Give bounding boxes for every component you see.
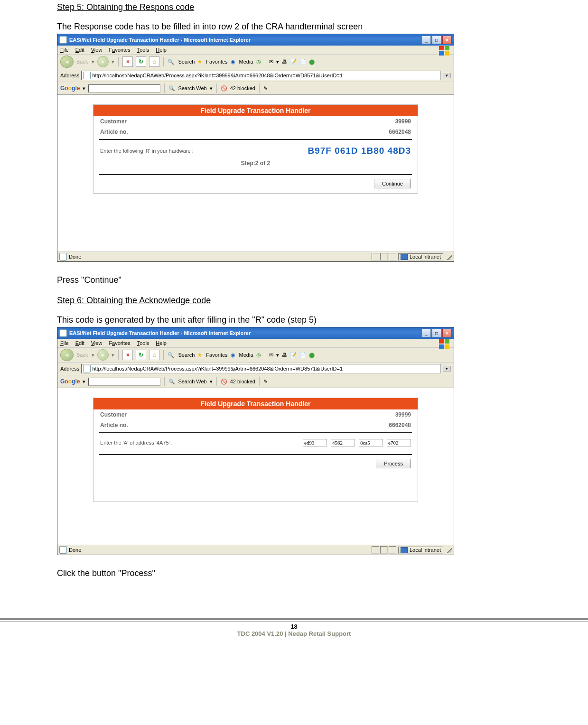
edit-icon[interactable]: 📝 bbox=[290, 352, 297, 358]
blocked-label: 42 blocked bbox=[230, 379, 255, 384]
ie-addressbar: Address http://localhost/NedapCRAWeb/Pro… bbox=[57, 69, 454, 82]
autofill-icon[interactable]: ✎ bbox=[263, 379, 268, 385]
print-icon[interactable]: 🖶 bbox=[282, 59, 287, 65]
menu-view[interactable]: View bbox=[91, 47, 103, 53]
a-input-2[interactable] bbox=[331, 439, 355, 446]
favorites-label: Favorites bbox=[206, 352, 227, 358]
address-dropdown[interactable]: ▾ bbox=[443, 73, 451, 78]
google-logo: Google bbox=[60, 378, 80, 385]
ie-titlebar: EASi/Net Field Upgrade Transaction Handl… bbox=[57, 327, 454, 339]
status-done: Done bbox=[69, 254, 81, 260]
menu-help[interactable]: Help bbox=[156, 340, 167, 346]
google-logo: Google bbox=[60, 85, 80, 92]
menu-tools[interactable]: Tools bbox=[137, 340, 149, 346]
continue-button[interactable]: Continue bbox=[374, 179, 411, 188]
ie-content-area: Field Upgrade Transaction Handler Custom… bbox=[57, 95, 454, 251]
resize-grip[interactable] bbox=[445, 547, 452, 553]
search-web-icon[interactable]: 🔍 bbox=[168, 379, 175, 385]
popup-blocked-icon[interactable]: 🚫 bbox=[221, 85, 227, 92]
click-process-text: Click the button "Process" bbox=[57, 568, 531, 578]
google-search-input[interactable] bbox=[88, 84, 160, 93]
windows-logo-icon bbox=[439, 46, 451, 56]
blocked-label: 42 blocked bbox=[230, 85, 255, 91]
messenger-icon[interactable]: ⬤ bbox=[309, 59, 315, 65]
menu-favorites[interactable]: Favorites bbox=[109, 340, 130, 346]
a-input-3[interactable] bbox=[359, 439, 383, 446]
address-input[interactable]: http://localhost/NedapCRAWeb/Process.asp… bbox=[81, 364, 441, 373]
ie-page-icon bbox=[59, 253, 67, 260]
close-button[interactable]: × bbox=[442, 36, 452, 44]
discuss-icon[interactable]: 📄 bbox=[299, 352, 306, 358]
home-icon[interactable]: ⌂ bbox=[149, 350, 159, 360]
stop-icon[interactable]: × bbox=[122, 56, 133, 67]
maximize-button[interactable]: □ bbox=[432, 36, 441, 44]
forward-button[interactable]: ► bbox=[97, 349, 109, 361]
address-input[interactable]: http://localhost/NedapCRAWeb/Process.asp… bbox=[81, 71, 441, 80]
forward-button[interactable]: ► bbox=[97, 56, 109, 67]
favorites-icon[interactable]: ★ bbox=[197, 59, 202, 65]
close-button[interactable]: × bbox=[442, 329, 452, 337]
home-icon[interactable]: ⌂ bbox=[149, 56, 159, 67]
customer-value: 39999 bbox=[395, 118, 411, 125]
mail-icon[interactable]: ✉ bbox=[269, 59, 273, 65]
mail-icon[interactable]: ✉ bbox=[269, 352, 273, 358]
search-icon[interactable]: 🔍 bbox=[168, 59, 174, 65]
media-icon[interactable]: ◉ bbox=[231, 59, 235, 65]
back-button[interactable]: ◄ bbox=[60, 349, 74, 361]
history-icon[interactable]: ◷ bbox=[256, 59, 261, 65]
customer-label: Customer bbox=[100, 411, 127, 418]
ie-titlebar: EASi/Net Field Upgrade Transaction Handl… bbox=[57, 34, 454, 46]
ie-toolbar: ◄ Back▾ ►▾ × ↻ ⌂ 🔍Search ★Favorites ◉Med… bbox=[57, 348, 454, 362]
refresh-icon[interactable]: ↻ bbox=[136, 350, 146, 360]
favorites-icon[interactable]: ★ bbox=[197, 352, 202, 358]
popup-blocked-icon[interactable]: 🚫 bbox=[221, 379, 227, 385]
menu-favorites[interactable]: Favorites bbox=[109, 47, 130, 53]
minimize-button[interactable]: _ bbox=[421, 36, 431, 44]
back-label: Back bbox=[76, 59, 88, 65]
stop-icon[interactable]: × bbox=[122, 350, 133, 360]
menu-file[interactable]: File bbox=[60, 47, 69, 53]
menu-edit[interactable]: Edit bbox=[75, 47, 84, 53]
menu-file[interactable]: File bbox=[60, 340, 69, 346]
r-code: B97F 061D 1B80 48D3 bbox=[308, 146, 411, 156]
process-button[interactable]: Process bbox=[376, 459, 411, 468]
print-icon[interactable]: 🖶 bbox=[282, 352, 287, 358]
edit-icon[interactable]: 📝 bbox=[290, 59, 297, 65]
zone-label: Local intranet bbox=[410, 547, 441, 553]
a-input-1[interactable] bbox=[303, 439, 327, 446]
step6-heading: Step 6: Obtaining the Acknowledge code bbox=[57, 296, 531, 306]
menu-tools[interactable]: Tools bbox=[137, 47, 149, 53]
refresh-icon[interactable]: ↻ bbox=[136, 56, 146, 67]
back-label: Back bbox=[76, 352, 88, 358]
search-label: Search bbox=[178, 59, 195, 65]
a-input-4[interactable] bbox=[387, 439, 411, 446]
ie-window-step5: EASi/Net Field Upgrade Transaction Handl… bbox=[57, 34, 454, 262]
history-icon[interactable]: ◷ bbox=[256, 352, 261, 358]
autofill-icon[interactable]: ✎ bbox=[263, 85, 268, 92]
messenger-icon[interactable]: ⬤ bbox=[309, 352, 315, 358]
status-done: Done bbox=[69, 547, 81, 553]
menu-edit[interactable]: Edit bbox=[75, 340, 84, 346]
address-label: Address bbox=[60, 73, 79, 78]
resize-grip[interactable] bbox=[445, 253, 452, 260]
menu-help[interactable]: Help bbox=[156, 47, 167, 53]
menu-view[interactable]: View bbox=[91, 340, 103, 346]
a-prompt: Enter the 'A' of address '4A75' : bbox=[100, 440, 173, 446]
transaction-card: Field Upgrade Transaction Handler Custom… bbox=[93, 398, 418, 502]
google-search-input[interactable] bbox=[88, 378, 160, 386]
minimize-button[interactable]: _ bbox=[421, 329, 431, 337]
search-icon[interactable]: 🔍 bbox=[168, 352, 174, 358]
maximize-button[interactable]: □ bbox=[432, 329, 441, 337]
ie-window-step6: EASi/Net Field Upgrade Transaction Handl… bbox=[57, 327, 454, 555]
back-button[interactable]: ◄ bbox=[60, 56, 74, 68]
media-icon[interactable]: ◉ bbox=[231, 352, 235, 358]
search-web-icon[interactable]: 🔍 bbox=[168, 85, 175, 92]
google-toolbar: Google▾ 🔍Search Web▾ 🚫42 blocked ✎ bbox=[57, 82, 454, 95]
address-dropdown[interactable]: ▾ bbox=[443, 366, 451, 372]
ie-page-icon bbox=[59, 36, 67, 44]
discuss-icon[interactable]: 📄 bbox=[299, 59, 306, 65]
ie-statusbar: Done Local intranet bbox=[57, 545, 454, 555]
article-value: 6662048 bbox=[389, 422, 411, 428]
tx-header: Field Upgrade Transaction Handler bbox=[93, 398, 418, 409]
article-value: 6662048 bbox=[389, 129, 411, 135]
